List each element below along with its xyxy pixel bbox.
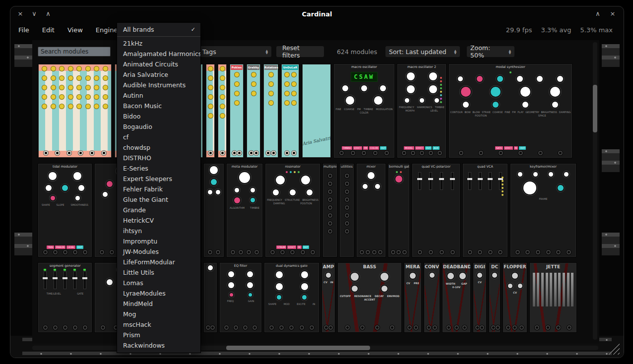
close-plugin-icon[interactable]: × (609, 9, 617, 18)
module-card[interactable] (205, 63, 215, 158)
brand-menu-item[interactable]: Bidoo (117, 111, 200, 121)
brand-menu-item[interactable]: Bogaudio (117, 121, 200, 132)
brand-menu-item[interactable]: Audible Instruments (117, 80, 200, 90)
knob-icon (564, 172, 569, 177)
brand-menu-item[interactable]: Bacon Music (117, 101, 200, 111)
module-card[interactable]: Pokies (229, 63, 244, 158)
module-card[interactable]: dual dynamics gateSHAPEMODEXCITEIN (264, 262, 319, 333)
jack-icon (254, 151, 258, 155)
brand-menu-item[interactable]: Little Utils (117, 267, 200, 278)
jack-icon (546, 325, 550, 330)
module-card[interactable]: CONV (424, 262, 440, 333)
module-card[interactable]: Aria Salvatrice (302, 63, 331, 158)
brand-menu-item[interactable]: Aria Salvatrice (117, 69, 200, 80)
brand-menu-item[interactable]: Fehler Fabrik (117, 184, 200, 194)
float-window-icon[interactable]: ∧ (594, 9, 602, 18)
brand-menu-item[interactable]: LyraeModules (117, 288, 200, 299)
brand-menu-item[interactable]: Animated Circuits (117, 59, 200, 69)
module-card[interactable]: DIGICV (473, 262, 487, 333)
brand-menu-item[interactable]: Amalgamated Harmonics (117, 49, 200, 59)
brand-menu-item[interactable]: Grande (117, 205, 200, 215)
brand-menu-item-selected[interactable]: All brands✓ (117, 24, 200, 35)
module-card[interactable]: DC (489, 262, 501, 333)
module-title: modal synthesizer (449, 64, 572, 70)
module-card[interactable]: Rotatoes (263, 63, 279, 158)
menu-file[interactable]: File (13, 24, 34, 36)
module-card[interactable]: segment generatorTIME/LEVELGATE (38, 262, 92, 333)
reset-filters-button[interactable]: Reset filters (276, 46, 324, 57)
zoom-dropdown[interactable]: Zoom: 50% ▲▼ (467, 46, 514, 57)
led-icon (294, 171, 296, 173)
search-input[interactable]: Search modules (38, 47, 111, 57)
vertical-scrollbar[interactable] (593, 42, 597, 340)
module-card[interactable]: utilities (339, 163, 354, 257)
brand-menu-item[interactable]: JW-Modules (117, 246, 200, 257)
module-card[interactable]: JETTE (529, 262, 577, 333)
module-label: CUTOFF (340, 295, 351, 298)
brand-menu-item[interactable]: Lomas (117, 278, 200, 288)
brand-menu-item[interactable]: Impromptu (117, 236, 200, 246)
brand-menu-item[interactable]: ihtsyn (117, 226, 200, 236)
module-title: FLOPPER (503, 263, 527, 270)
module-card[interactable]: mixer (356, 163, 386, 257)
module-card[interactable]: modal synthesizerCONTOURBOWBLOWSTRIKECOA… (448, 63, 572, 158)
module-card[interactable]: multiples (322, 163, 337, 257)
module-card[interactable]: EQ filterFREQGAIN (219, 262, 262, 333)
module-card[interactable]: UnDuLaR (281, 63, 300, 158)
module-label: FREQUENCY (267, 198, 282, 201)
knob-icon (558, 185, 564, 191)
module-card[interactable]: FLOPPERCV (503, 262, 527, 333)
brand-menu-item[interactable]: 21kHz (117, 38, 200, 49)
knob-icon (273, 189, 279, 195)
menu-edit[interactable]: Edit (37, 24, 60, 36)
module-card[interactable]: tidal modulatorSHAPESLOPESMOOTHNESSTRIGF… (38, 163, 92, 257)
module-card[interactable] (203, 163, 224, 257)
menu-view[interactable]: View (63, 24, 88, 36)
brand-menu-item[interactable]: DISTRHO (117, 153, 200, 163)
module-card[interactable]: macro oscillatorCSAWFINECOARSEFMTIMBREMO… (333, 63, 395, 158)
brand-menu-item[interactable]: Autinn (117, 90, 200, 101)
knob-icon (103, 192, 108, 197)
module-card[interactable]: keyframer/mixerFRAME (510, 163, 576, 257)
module-card[interactable]: BASSCUTOFFRESONANCEDECAYENVMODACCENT (337, 262, 402, 333)
brand-menu-item[interactable]: Prism (117, 330, 200, 340)
brand-menu-item[interactable]: mscHack (117, 319, 200, 330)
module-card[interactable]: meta modulatorALGORITHMTIMBRE (226, 163, 263, 257)
module-card[interactable]: bernoulli gate (388, 163, 410, 257)
module-card[interactable] (38, 63, 112, 158)
module-label: MORPH (405, 109, 415, 112)
knob-icon (410, 273, 416, 279)
tags-filter-dropdown[interactable]: Tags ▲▼ (199, 46, 271, 57)
module-card[interactable] (203, 262, 217, 333)
brand-menu-item[interactable]: MindMeld (117, 299, 200, 309)
jack-icon (515, 250, 520, 254)
brand-menu-item[interactable]: Expert Sleepers (117, 174, 200, 184)
module-card[interactable]: quad VC-polarizer (412, 163, 460, 257)
module-card[interactable]: quad VCA (462, 163, 508, 257)
vertical-scrollbar-thumb[interactable] (593, 85, 597, 132)
led-icon (298, 171, 300, 173)
module-card[interactable]: AMPCVIN (321, 262, 335, 333)
module-card[interactable]: MERACVPRE (404, 262, 422, 333)
brand-menu-item[interactable]: cf (117, 132, 200, 142)
jack-row (208, 151, 213, 155)
brand-menu-item[interactable]: chowdsp (117, 142, 200, 153)
jack-row (340, 325, 399, 330)
brand-menu-item[interactable]: E-Series (117, 163, 200, 174)
module-card[interactable] (217, 63, 227, 158)
brand-menu-item[interactable]: Mog (117, 309, 200, 319)
brand-menu-item[interactable]: Rackwindows (117, 340, 200, 351)
horizontal-scrollbar-thumb[interactable] (226, 346, 370, 350)
brand-menu-item[interactable]: HetrickCV (117, 215, 200, 226)
module-card[interactable]: DEADBANDWIDTHGAP0-10V (442, 262, 471, 333)
module-labels: CVPRE (405, 282, 420, 285)
module-card[interactable]: Grabby (246, 63, 261, 158)
module-card[interactable]: resonatorFREQUENCYSTRUCTUREBRIGHTNESSDAM… (265, 163, 320, 257)
brand-menu-item[interactable]: Glue the Giant (117, 194, 200, 205)
sort-dropdown[interactable]: Sort: Last updated ▲▼ (385, 46, 460, 57)
module-title: utilities (340, 164, 354, 170)
led-icon (440, 87, 442, 89)
module-card[interactable]: macro oscillator 2FREQUENCYHARMONICSTIMB… (397, 63, 446, 158)
jack-row (229, 250, 260, 254)
brand-menu-item[interactable]: LifeFormModular (117, 257, 200, 267)
